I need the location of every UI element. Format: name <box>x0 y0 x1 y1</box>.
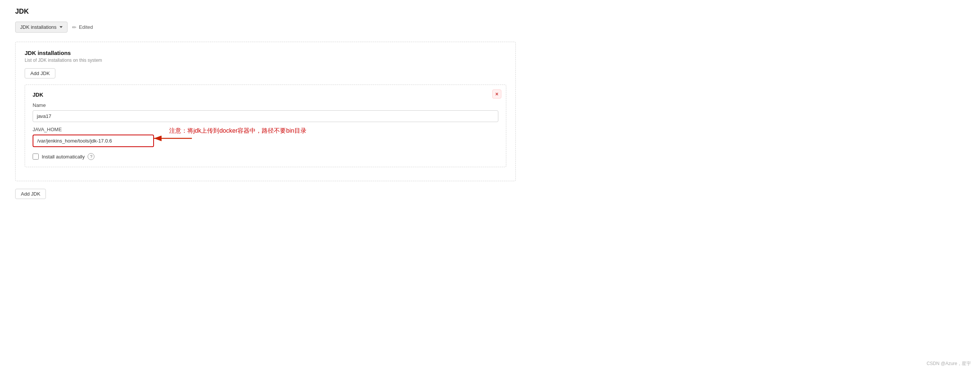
jdk-installations-section: JDK installations List of JDK installati… <box>15 42 516 181</box>
edited-status: ✏ Edited <box>72 24 93 30</box>
breadcrumb-bar: JDK installations ✏ Edited <box>15 22 516 33</box>
java-home-row: 注意：将jdk上传到docker容器中，路径不要bin目录 <box>33 135 498 147</box>
help-icon[interactable]: ? <box>88 153 94 160</box>
install-automatically-checkbox[interactable] <box>33 154 39 160</box>
add-jdk-button-bottom[interactable]: Add JDK <box>15 189 46 199</box>
close-jdk-button[interactable]: × <box>492 89 501 98</box>
install-automatically-row: Install automatically ? <box>33 153 498 160</box>
chevron-down-icon <box>60 26 62 28</box>
jdk-installations-breadcrumb[interactable]: JDK installations <box>15 22 67 33</box>
java-home-input-wrapper <box>33 135 498 147</box>
bottom-bar: Add JDK <box>15 189 516 205</box>
breadcrumb-label: JDK installations <box>20 24 57 30</box>
name-label: Name <box>33 102 498 108</box>
pencil-icon: ✏ <box>72 24 76 30</box>
jdk-entry-header: JDK <box>33 92 498 98</box>
edited-text: Edited <box>79 24 93 30</box>
add-jdk-button-top[interactable]: Add JDK <box>25 68 56 78</box>
section-subtitle: List of JDK installations on this system <box>25 58 506 63</box>
java-home-input[interactable] <box>33 135 154 147</box>
install-automatically-label: Install automatically <box>42 154 84 160</box>
section-title: JDK installations <box>25 50 506 56</box>
name-input[interactable] <box>33 110 498 122</box>
java-home-label: JAVA_HOME <box>33 127 498 132</box>
footer-credits: CSDN @Azure，星宇 <box>926 360 971 367</box>
page-title: JDK <box>15 8 516 16</box>
jdk-entry: × JDK Name JAVA_HOME 注意：将jdk上传到docker容器中… <box>25 84 506 167</box>
